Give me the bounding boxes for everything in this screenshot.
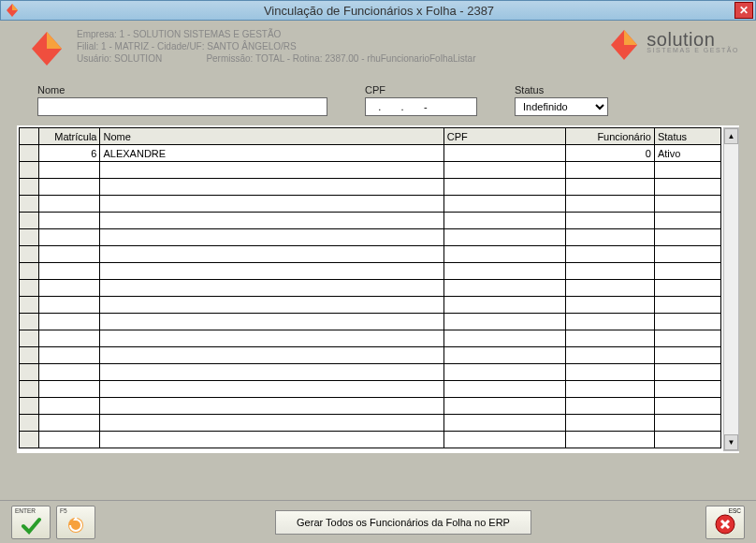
- grid-corner: [20, 128, 39, 145]
- header: Empresa: 1 - SOLUTION SISTEMAS E GESTÃO …: [0, 21, 756, 71]
- col-cpf[interactable]: CPF: [443, 128, 565, 145]
- app-icon: [5, 3, 20, 18]
- table-row[interactable]: [20, 398, 721, 415]
- generate-all-button[interactable]: Gerar Todos os Funcionários da Folha no …: [275, 510, 531, 535]
- table-row[interactable]: [20, 229, 721, 246]
- titlebar: Vinculação de Funcionários x Folha - 238…: [0, 0, 756, 21]
- grid-panel: Matrícula Nome CPF Funcionário Status 6A…: [17, 125, 739, 453]
- f5-button[interactable]: F5: [56, 506, 95, 539]
- row-selector[interactable]: [20, 314, 39, 330]
- svg-marker-5: [624, 30, 637, 45]
- row-selector[interactable]: [20, 145, 39, 162]
- table-row[interactable]: [20, 364, 721, 381]
- filter-row: Nome CPF Status Indefinido: [0, 71, 756, 122]
- header-permissao: Permissão: TOTAL - Rotina: 2387.00 - rhu…: [206, 53, 475, 64]
- cpf-label: CPF: [365, 84, 477, 95]
- brand-logo-icon: [607, 28, 641, 62]
- scroll-down-button[interactable]: ▼: [724, 434, 738, 450]
- status-select[interactable]: Indefinido: [515, 97, 608, 116]
- table-row[interactable]: [20, 347, 721, 364]
- table-row[interactable]: [20, 263, 721, 280]
- f5-key-label: F5: [60, 507, 67, 514]
- cell-nome[interactable]: ALEXANDRE: [100, 145, 443, 162]
- refresh-icon: [65, 515, 86, 536]
- scroll-up-button[interactable]: ▲: [724, 128, 738, 144]
- row-selector[interactable]: [20, 196, 39, 213]
- row-selector[interactable]: [20, 432, 39, 448]
- cell-funcionario[interactable]: 0: [566, 145, 655, 162]
- row-selector[interactable]: [20, 381, 39, 398]
- enter-button[interactable]: ENTER: [11, 506, 51, 539]
- row-selector[interactable]: [20, 297, 39, 314]
- esc-key-label: ESC: [729, 507, 741, 514]
- footer-bar: ENTER F5 Gerar Todos os Funcionários da …: [0, 500, 756, 543]
- table-row[interactable]: [20, 246, 721, 263]
- table-row[interactable]: [20, 381, 721, 398]
- table-row[interactable]: [20, 432, 721, 448]
- nome-label: Nome: [37, 84, 327, 95]
- col-nome[interactable]: Nome: [100, 128, 443, 145]
- close-button[interactable]: ✕: [734, 2, 753, 19]
- table-row[interactable]: [20, 162, 721, 179]
- header-empresa: Empresa: 1 - SOLUTION SISTEMAS E GESTÃO: [77, 28, 607, 40]
- row-selector[interactable]: [20, 330, 39, 347]
- row-selector[interactable]: [20, 179, 39, 196]
- row-selector[interactable]: [20, 347, 39, 364]
- row-selector[interactable]: [20, 162, 39, 179]
- table-row[interactable]: [20, 415, 721, 432]
- table-row[interactable]: [20, 196, 721, 213]
- row-selector[interactable]: [20, 229, 39, 246]
- table-row[interactable]: [20, 297, 721, 314]
- header-info: Empresa: 1 - SOLUTION SISTEMAS E GESTÃO …: [77, 28, 607, 65]
- row-selector[interactable]: [20, 398, 39, 415]
- table-row[interactable]: 6ALEXANDRE0Ativo: [20, 145, 721, 162]
- header-filial: Filial: 1 - MATRIZ - Cidade/UF: SANTO ÂN…: [77, 40, 607, 52]
- col-status[interactable]: Status: [654, 128, 720, 145]
- check-icon: [21, 515, 41, 536]
- grid-header-row: Matrícula Nome CPF Funcionário Status: [20, 128, 721, 145]
- cpf-input[interactable]: [365, 97, 477, 116]
- row-selector[interactable]: [20, 213, 39, 229]
- table-row[interactable]: [20, 314, 721, 330]
- row-selector[interactable]: [20, 415, 39, 432]
- svg-marker-1: [12, 4, 18, 10]
- brand-name: solution: [647, 34, 739, 45]
- data-grid[interactable]: Matrícula Nome CPF Funcionário Status 6A…: [19, 127, 721, 448]
- cell-status[interactable]: Ativo: [654, 145, 720, 162]
- close-icon: [714, 513, 736, 536]
- row-selector[interactable]: [20, 246, 39, 263]
- cell-matricula[interactable]: 6: [39, 145, 100, 162]
- row-selector[interactable]: [20, 263, 39, 280]
- window-title: Vinculação de Funcionários x Folha - 238…: [23, 4, 734, 18]
- brand-logo: solution SISTEMAS E GESTÃO: [607, 28, 739, 62]
- table-row[interactable]: [20, 179, 721, 196]
- nome-input[interactable]: [37, 97, 327, 116]
- enter-key-label: ENTER: [15, 507, 36, 514]
- vertical-scrollbar[interactable]: ▲ ▼: [723, 127, 739, 451]
- company-logo-icon: [28, 30, 65, 67]
- col-matricula[interactable]: Matrícula: [39, 128, 100, 145]
- table-row[interactable]: [20, 213, 721, 229]
- table-row[interactable]: [20, 280, 721, 297]
- col-funcionario[interactable]: Funcionário: [566, 128, 655, 145]
- row-selector[interactable]: [20, 364, 39, 381]
- row-selector[interactable]: [20, 280, 39, 297]
- esc-button[interactable]: ESC: [705, 506, 745, 539]
- svg-marker-3: [47, 32, 62, 49]
- table-row[interactable]: [20, 330, 721, 347]
- cell-cpf[interactable]: [443, 145, 565, 162]
- header-usuario: Usuário: SOLUTION: [77, 53, 162, 64]
- status-label: Status: [515, 84, 608, 95]
- brand-tagline: SISTEMAS E GESTÃO: [647, 45, 739, 56]
